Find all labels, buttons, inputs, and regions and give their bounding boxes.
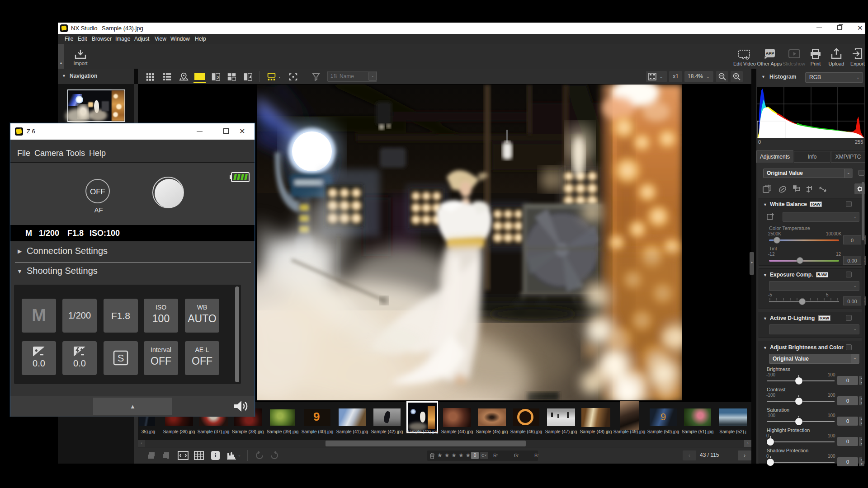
svg-text:APP: APP <box>766 51 774 56</box>
svg-text:S: S <box>118 352 124 364</box>
svg-text:2: 2 <box>217 75 219 80</box>
